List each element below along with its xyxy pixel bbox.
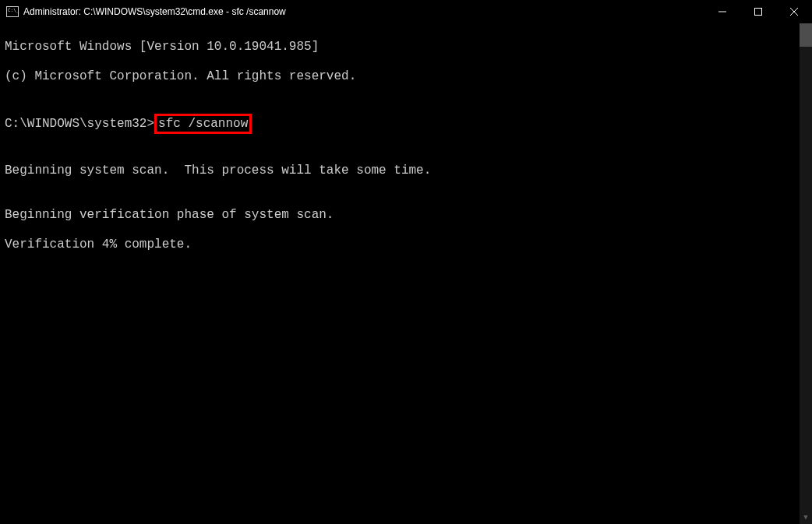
terminal-output[interactable]: Microsoft Windows [Version 10.0.19041.98… — [0, 23, 812, 524]
cmd-icon — [6, 6, 19, 17]
scroll-down-arrow[interactable]: ▼ — [800, 512, 812, 524]
window-controls — [704, 0, 812, 23]
scroll-thumb[interactable] — [800, 23, 812, 47]
close-button[interactable] — [776, 0, 812, 23]
titlebar-left: Administrator: C:\WINDOWS\system32\cmd.e… — [0, 6, 286, 17]
command-highlight: sfc /scannow — [154, 114, 252, 134]
output-line: Beginning verification phase of system s… — [5, 208, 807, 223]
output-line: Beginning system scan. This process will… — [5, 164, 807, 178]
svg-rect-1 — [755, 9, 762, 16]
window-title: Administrator: C:\WINDOWS\system32\cmd.e… — [23, 6, 286, 17]
output-line: Microsoft Windows [Version 10.0.19041.98… — [5, 40, 807, 55]
window-titlebar: Administrator: C:\WINDOWS\system32\cmd.e… — [0, 0, 812, 23]
output-line: (c) Microsoft Corporation. All rights re… — [5, 69, 807, 84]
prompt-line: C:\WINDOWS\system32>sfc /scannow — [5, 114, 807, 134]
prompt-text: C:\WINDOWS\system32> — [5, 117, 154, 131]
vertical-scrollbar[interactable]: ▲ ▼ — [800, 23, 812, 524]
maximize-button[interactable] — [740, 0, 776, 23]
output-line: Verification 4% complete. — [5, 237, 807, 252]
minimize-button[interactable] — [704, 0, 740, 23]
